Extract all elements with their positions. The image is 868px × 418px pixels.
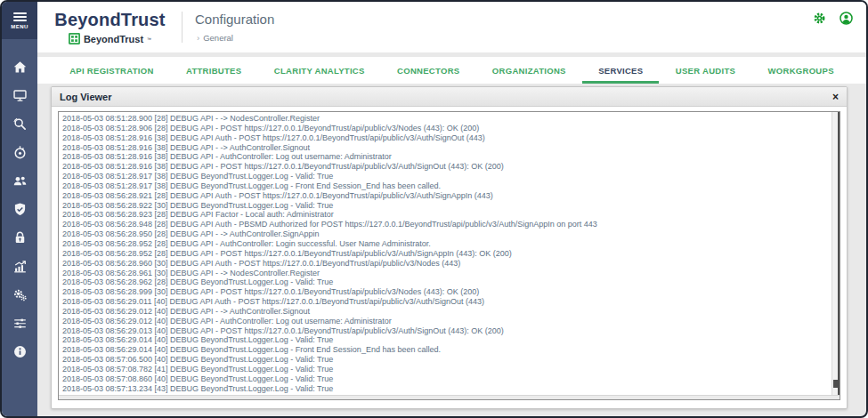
shield-check-icon[interactable]	[2, 201, 37, 218]
log-line: 2018-05-03 08:51:28.916 [38] DEBUG API A…	[62, 133, 827, 143]
log-line: 2018-05-03 08:56:29.012 [40] DEBUG API -…	[62, 317, 827, 326]
tab-attributes[interactable]: ATTRIBUTES	[186, 57, 241, 84]
log-line: 2018-05-03 08:51:28.906 [28] DEBUG API -…	[62, 124, 827, 133]
log-line: 2018-05-03 08:51:28.900 [28] DEBUG API -…	[62, 114, 827, 124]
log-line: 2018-05-03 08:56:28.948 [28] DEBUG API A…	[62, 220, 827, 229]
log-line: 2018-05-03 08:56:28.923 [28] DEBUG API F…	[62, 210, 827, 220]
gears-icon[interactable]	[2, 286, 37, 303]
log-line: 2018-05-03 08:56:28.921 [28] DEBUG API A…	[62, 191, 827, 201]
tab-connectors[interactable]: CONNECTORS	[397, 57, 459, 84]
menu-label: MENU	[11, 24, 28, 29]
close-icon[interactable]: ×	[832, 92, 839, 102]
log-line: 2018-05-03 08:56:28.999 [30] DEBUG API -…	[62, 287, 827, 297]
log-viewer-panel: Log Viewer × 2018-05-03 08:51:28.900 [28…	[51, 86, 848, 409]
log-viewer-title: Log Viewer	[60, 92, 111, 102]
tab-clarity-analytics[interactable]: CLARITY ANALYTICS	[274, 57, 365, 84]
log-line: 2018-05-03 08:51:28.916 [38] DEBUG API -…	[62, 143, 827, 153]
gear-icon[interactable]	[812, 11, 827, 26]
log-line: 2018-05-03 08:56:29.014 [40] DEBUG Beyon…	[62, 345, 827, 355]
tab-user-audits[interactable]: USER AUDITS	[676, 57, 735, 84]
tab-organizations[interactable]: ORGANIZATIONS	[492, 57, 566, 84]
log-line: 2018-05-03 08:56:28.922 [30] DEBUG Beyon…	[62, 201, 827, 211]
tab-api-registration[interactable]: API REGISTRATION	[69, 57, 153, 84]
brand-logo-text: BeyondTrust	[84, 34, 143, 44]
vertical-scrollbar-thumb[interactable]	[833, 380, 838, 388]
log-line: 2018-05-03 08:56:29.014 [40] DEBUG Beyon…	[62, 335, 827, 345]
threat-analytics-icon[interactable]	[2, 144, 37, 161]
users-icon[interactable]	[2, 173, 37, 189]
tab-services[interactable]: SERVICES	[598, 57, 643, 84]
breadcrumb-chevron-icon: ›	[197, 33, 199, 43]
header: BeyondTrust BeyondTrust™ Configuration ›…	[37, 2, 866, 52]
analytics-reporting-icon[interactable]	[2, 258, 37, 275]
sliders-icon[interactable]	[2, 315, 37, 332]
info-icon[interactable]	[2, 343, 37, 360]
assets-icon[interactable]	[2, 87, 37, 104]
log-lines: 2018-05-03 08:51:28.900 [28] DEBUG API -…	[62, 114, 827, 394]
menu-button[interactable]: MENU	[2, 2, 37, 39]
sidebar: MENU	[2, 2, 37, 416]
log-line: 2018-05-03 08:51:28.917 [38] DEBUG Beyon…	[62, 181, 827, 191]
log-line: 2018-05-03 08:57:14.175 [41] DEBUG Beyon…	[62, 393, 827, 394]
log-line: 2018-05-03 08:56:28.960 [30] DEBUG API A…	[62, 259, 827, 269]
log-line: 2018-05-03 08:56:29.011 [40] DEBUG API A…	[62, 297, 827, 307]
log-line: 2018-05-03 08:57:08.860 [40] DEBUG Beyon…	[62, 374, 827, 384]
password-safe-icon[interactable]	[2, 229, 37, 246]
tab-bar: API REGISTRATION ATTRIBUTES CLARITY ANAL…	[37, 57, 866, 84]
tab-workgroups[interactable]: WORKGROUPS	[768, 57, 834, 84]
log-line: 2018-05-03 08:57:08.782 [41] DEBUG Beyon…	[62, 365, 827, 374]
log-line: 2018-05-03 08:51:28.916 [38] DEBUG API -…	[62, 152, 827, 162]
brand-logo-mark: ™	[147, 36, 151, 42]
breadcrumb: ›General	[197, 33, 233, 43]
log-line: 2018-05-03 08:57:13.234 [43] DEBUG Beyon…	[62, 384, 827, 394]
brand-block: BeyondTrust BeyondTrust™	[45, 10, 174, 44]
log-line: 2018-05-03 08:56:28.950 [28] DEBUG API -…	[62, 229, 827, 239]
log-line: 2018-05-03 08:51:28.916 [38] DEBUG API -…	[62, 162, 827, 172]
log-line: 2018-05-03 08:51:28.917 [38] DEBUG Beyon…	[62, 172, 827, 181]
user-icon[interactable]	[839, 11, 854, 26]
beyondtrust-grid-icon	[69, 33, 80, 44]
breadcrumb-item: General	[203, 33, 233, 43]
log-viewer-header: Log Viewer ×	[52, 87, 847, 107]
hamburger-icon	[13, 12, 27, 21]
home-icon[interactable]	[2, 59, 37, 76]
log-line: 2018-05-03 08:56:29.012 [40] DEBUG API -…	[62, 307, 827, 317]
log-line: 2018-05-03 08:56:29.013 [40] DEBUG API -…	[62, 326, 827, 336]
brand-title: BeyondTrust	[45, 10, 174, 30]
log-line: 2018-05-03 08:57:06.500 [40] DEBUG Beyon…	[62, 355, 827, 365]
page-title: Configuration	[195, 12, 274, 27]
vertical-scrollbar[interactable]	[831, 112, 840, 395]
scan-icon[interactable]	[2, 116, 37, 133]
log-line: 2018-05-03 08:56:28.952 [28] DEBUG API -…	[62, 239, 827, 249]
horizontal-scrollbar[interactable]	[59, 395, 840, 399]
brand-logo: BeyondTrust™	[45, 33, 174, 44]
log-textarea[interactable]: 2018-05-03 08:51:28.900 [28] DEBUG API -…	[58, 111, 840, 400]
app-window: MENU	[0, 0, 868, 418]
header-divider	[182, 12, 183, 43]
log-line: 2018-05-03 08:56:28.952 [28] DEBUG API -…	[62, 249, 827, 259]
log-line: 2018-05-03 08:56:28.961 [30] DEBUG API -…	[62, 269, 827, 278]
log-line: 2018-05-03 08:56:28.962 [28] DEBUG Beyon…	[62, 277, 827, 287]
